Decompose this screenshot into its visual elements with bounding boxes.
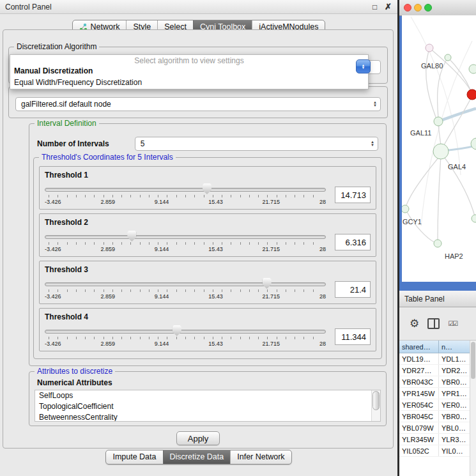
cyni-panel-frame: Discretization Algorithm Select algorith… [3, 29, 394, 449]
number-of-intervals-row: Number of Intervals 5 ▲▼ [37, 137, 378, 151]
list-item[interactable]: TopologicalCoefficient [35, 401, 380, 412]
threshold-2-slider-thumb[interactable] [127, 231, 136, 242]
node[interactable] [434, 240, 441, 247]
node[interactable] [433, 144, 449, 159]
node-label: HAP2 [445, 252, 463, 260]
algorithm-option-manual-discretization[interactable]: Manual Discretization [10, 66, 368, 77]
number-of-intervals-label: Number of Intervals [37, 139, 109, 148]
node[interactable] [472, 215, 476, 222]
network-view-window: GAL80 GAL11 GAL4 GCY1 HAP2 [399, 0, 476, 291]
control-panel-titlebar: Control Panel □ ✗ [0, 0, 397, 14]
threshold-3-panel: Threshold 3 -3.4262.8599.14415.4321.7152… [39, 261, 376, 304]
threshold-1-value-field[interactable]: 14.713 [335, 187, 371, 203]
numerical-attributes-label: Numerical Attributes [37, 378, 112, 387]
threshold-1-slider[interactable]: -3.4262.8599.14415.4321.71528 [45, 182, 326, 208]
slider-tick-labels: -3.4262.8599.14415.4321.71528 [45, 199, 326, 205]
node[interactable] [402, 205, 409, 213]
apply-button[interactable]: Apply [176, 431, 220, 445]
network-window-titlebar[interactable] [399, 0, 476, 16]
tab-impute-data[interactable]: Impute Data [106, 450, 162, 464]
number-of-intervals-combobox[interactable]: 5 ▲▼ [135, 137, 378, 151]
algorithm-option-equal-width-frequency[interactable]: Equal Width/Frequency Discretization [10, 77, 368, 89]
column-header-shared-name[interactable]: shared… [399, 341, 439, 353]
scrollbar-thumb[interactable] [471, 342, 475, 379]
slider-tick-labels: -3.4262.8599.14415.4321.71528 [45, 293, 326, 300]
columns-icon[interactable] [427, 318, 440, 329]
node-table: shared… n… YDL19…YDL1… YDR27…YDR2… YBR04… [399, 341, 476, 476]
threshold-3-value-field[interactable]: 21.4 [335, 281, 371, 298]
threshold-1-panel: Threshold 1 -3.4262.8599.14415.4321.7152… [39, 166, 376, 210]
stepper-down-icon: ▼ [362, 66, 365, 69]
slider-ticks [49, 289, 322, 292]
algorithm-placeholder: Select algorithm to view settings [10, 55, 368, 66]
node-label: GCY1 [403, 218, 422, 226]
table-panel-toolbar: ⚙ ☑☑ [399, 307, 476, 341]
table-row[interactable]: YER054CYER0… [399, 399, 476, 411]
table-data-value: galFiltered.sif default node [21, 100, 111, 109]
node[interactable] [426, 44, 433, 52]
float-window-icon[interactable]: □ [368, 3, 381, 12]
algorithm-combo-button[interactable]: ▲ ▼ [356, 59, 371, 73]
threshold-4-slider[interactable]: -3.4262.8599.14415.4321.71528 [45, 324, 326, 349]
slider-track[interactable] [45, 188, 326, 192]
table-row[interactable]: YPR145WYPR1… [399, 388, 476, 399]
node[interactable] [445, 54, 451, 61]
slider-ticks [49, 195, 322, 197]
tab-label: Discretize Data [170, 452, 224, 461]
threshold-3-slider[interactable]: -3.4262.8599.14415.4321.71528 [45, 277, 326, 302]
interval-definition-group: Interval Definition Number of Intervals … [29, 123, 387, 366]
list-item[interactable]: SelfLoops [35, 390, 380, 401]
control-panel: Control Panel □ ✗ Network Style Select [0, 0, 397, 476]
threshold-3-slider-thumb[interactable] [263, 278, 272, 289]
node-labels: GAL80 GAL11 GAL4 GCY1 HAP2 [403, 62, 466, 260]
attributes-scrollbar[interactable] [371, 390, 380, 421]
zoom-traffic-light-icon[interactable] [424, 4, 432, 12]
thresholds-coordinates-group: Threshold's Coordinates for 5 Intervals … [33, 157, 382, 359]
minimize-traffic-light-icon[interactable] [414, 4, 422, 12]
threshold-4-slider-thumb[interactable] [173, 325, 181, 336]
slider-track[interactable] [45, 282, 326, 286]
column-header-name[interactable]: n… [439, 341, 470, 353]
close-traffic-light-icon[interactable] [404, 4, 411, 12]
node-label: GAL4 [448, 163, 466, 171]
list-item[interactable]: BetweennessCentrality [35, 412, 380, 422]
numerical-attributes-list[interactable]: SelfLoops TopologicalCoefficient Between… [35, 390, 381, 422]
slider-ticks [49, 337, 322, 339]
gear-icon[interactable]: ⚙ [410, 317, 419, 330]
select-columns-icon[interactable]: ☑☑ [448, 320, 457, 327]
threshold-4-label: Threshold 4 [45, 312, 88, 321]
table-data-combobox[interactable]: galFiltered.sif default node ▲▼ [15, 97, 381, 111]
network-canvas[interactable]: GAL80 GAL11 GAL4 GCY1 HAP2 [402, 15, 476, 282]
table-scrollbar[interactable] [470, 341, 476, 476]
table-panel-header: Table Panel [399, 291, 476, 307]
table-row[interactable]: YBR043CYBR0… [399, 376, 476, 388]
threshold-2-value-field[interactable]: 6.316 [335, 234, 371, 250]
table-row[interactable]: YIL052CYIL0… [399, 445, 476, 457]
table-row[interactable]: YBL079WYBL0… [399, 422, 476, 434]
panel-title: Control Panel [0, 3, 368, 12]
threshold-2-slider[interactable]: -3.4262.8599.14415.4321.71528 [45, 229, 326, 255]
table-row[interactable]: YBR045CYBR0… [399, 411, 476, 422]
node[interactable] [469, 65, 476, 73]
table-row[interactable]: YDL19…YDL1… [399, 353, 476, 365]
threshold-4-panel: Threshold 4 -3.4262.8599.14415.4321.7152… [39, 308, 376, 351]
slider-track[interactable] [45, 330, 326, 334]
tab-discretize-data[interactable]: Discretize Data [163, 450, 231, 464]
slider-track[interactable] [45, 235, 326, 239]
node[interactable] [434, 117, 443, 126]
scrollbar-thumb[interactable] [372, 391, 380, 410]
interval-definition-label: Interval Definition [35, 119, 99, 128]
table-row[interactable]: YLR345WYLR3… [399, 434, 476, 445]
tab-label: Impute Data [112, 452, 156, 461]
selected-red-node[interactable] [467, 89, 476, 100]
slider-tick-labels: -3.4262.8599.14415.4321.71528 [45, 341, 326, 347]
number-of-intervals-value: 5 [141, 139, 145, 148]
slider-tick-labels: -3.4262.8599.14415.4321.71528 [45, 246, 326, 252]
node[interactable] [471, 138, 476, 150]
table-data-group: Table Data galFiltered.sif default node … [8, 86, 388, 118]
table-row[interactable]: YDR27…YDR2… [399, 365, 476, 376]
threshold-1-slider-thumb[interactable] [203, 183, 211, 194]
close-icon[interactable]: ✗ [381, 2, 395, 12]
threshold-4-value-field[interactable]: 11.344 [335, 328, 371, 345]
tab-infer-network[interactable]: Infer Network [230, 450, 291, 464]
